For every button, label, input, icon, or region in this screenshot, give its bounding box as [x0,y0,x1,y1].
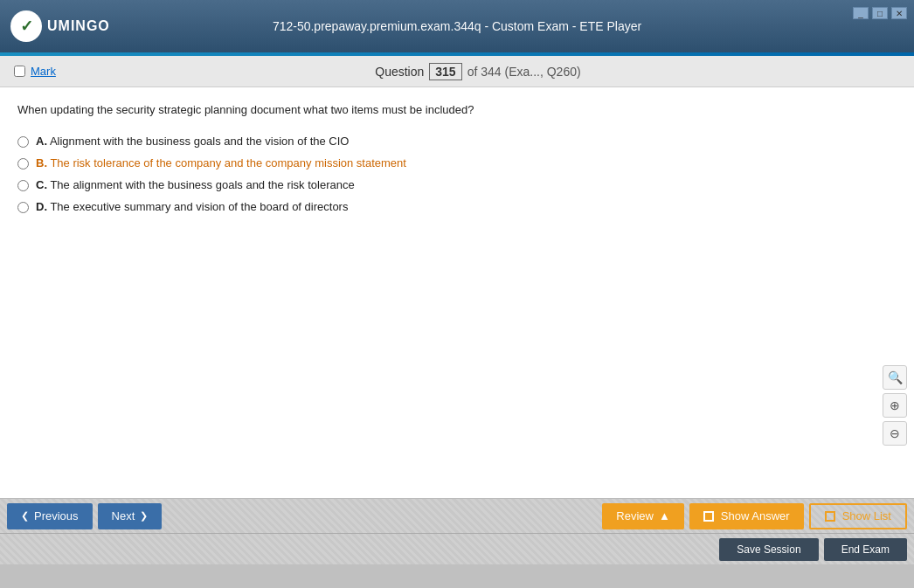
option-d[interactable]: D. The executive summary and vision of t… [17,200,897,213]
question-text: When updating the security strategic pla… [17,101,897,119]
question-label: Question [375,65,424,79]
end-exam-button[interactable]: End Exam [824,538,907,561]
question-number-info: Question 315 of 344 (Exa..., Q260) [375,63,580,80]
prev-arrow-icon: ❮ [21,510,29,522]
show-list-checkbox-icon [825,511,835,522]
show-answer-checkbox-icon [703,511,714,522]
next-button[interactable]: Next ❯ [98,503,163,529]
radio-d[interactable] [17,202,29,213]
question-header: Mark Question 315 of 344 (Exa..., Q260) [0,56,914,87]
mark-checkbox[interactable]: Mark [14,65,56,78]
title-bar: ✓ UMINGO 712-50.prepaway.premium.exam.34… [0,0,914,52]
logo-icon: ✓ [10,10,42,42]
option-c-label: C. The alignment with the business goals… [36,178,355,191]
review-arrow-icon: ▲ [659,509,670,522]
review-button[interactable]: Review ▲ [602,503,684,529]
window-title: 712-50.prepaway.premium.exam.344q - Cust… [273,19,641,33]
search-icon-button[interactable]: 🔍 [883,365,907,390]
save-session-button[interactable]: Save Session [719,538,818,561]
main-content: When updating the security strategic pla… [0,87,914,498]
previous-button[interactable]: ❮ Previous [7,503,93,529]
show-answer-button[interactable]: Show Answer [689,503,804,529]
question-number: 315 [429,63,461,80]
show-list-button[interactable]: Show List [809,503,907,529]
window-controls: _ □ ✕ [853,7,907,19]
logo-text: UMINGO [47,18,110,34]
answer-options: A. Alignment with the business goals and… [17,135,897,213]
mark-checkbox-input[interactable] [14,66,25,77]
bottom-action-bar: Save Session End Exam [0,533,914,564]
zoom-in-button[interactable]: ⊕ [883,393,907,418]
bottom-toolbar: ❮ Previous Next ❯ Review ▲ Show Answer S… [0,498,914,533]
close-button[interactable]: ✕ [891,7,907,19]
option-b-label: B. The risk tolerance of the company and… [36,156,406,169]
next-arrow-icon: ❯ [140,510,148,522]
option-d-label: D. The executive summary and vision of t… [36,200,348,213]
option-a[interactable]: A. Alignment with the business goals and… [17,135,897,148]
radio-a[interactable] [17,136,29,148]
radio-c[interactable] [17,180,29,191]
zoom-out-button[interactable]: ⊖ [883,421,907,446]
minimize-button[interactable]: _ [853,7,869,19]
sidebar-icons: 🔍 ⊕ ⊖ [883,365,907,446]
mark-label[interactable]: Mark [31,65,56,78]
option-a-label: A. Alignment with the business goals and… [36,135,349,148]
radio-b[interactable] [17,158,29,169]
option-c[interactable]: C. The alignment with the business goals… [17,178,897,191]
logo: ✓ UMINGO [10,10,110,42]
maximize-button[interactable]: □ [872,7,888,19]
option-b[interactable]: B. The risk tolerance of the company and… [17,156,897,169]
question-of: of 344 (Exa..., Q260) [467,65,581,79]
